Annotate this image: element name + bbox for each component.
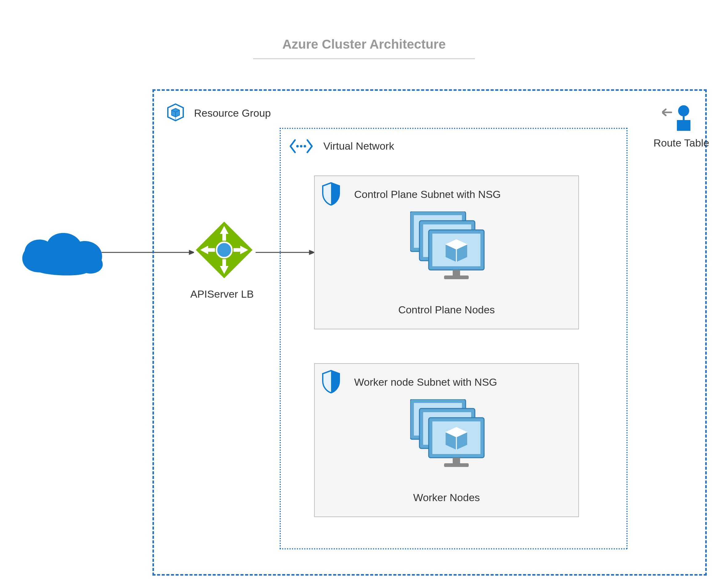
diagram-canvas: Azure Cluster Architecture Resource Grou…	[0, 0, 728, 587]
svg-point-6	[300, 145, 302, 147]
svg-rect-14	[453, 270, 460, 276]
virtual-network-icon	[289, 137, 314, 156]
svg-point-4	[678, 105, 689, 116]
svg-rect-22	[453, 458, 460, 463]
resource-group-icon	[165, 101, 186, 123]
worker-nodes-label: Worker Nodes	[315, 492, 578, 503]
control-plane-nodes-icon	[410, 211, 487, 285]
cloud-icon	[16, 226, 108, 282]
load-balancer-icon	[194, 219, 255, 281]
svg-point-24	[217, 242, 232, 258]
svg-point-5	[296, 145, 299, 147]
svg-rect-15	[444, 276, 469, 279]
svg-rect-23	[444, 463, 469, 467]
diagram-title: Azure Cluster Architecture	[0, 37, 728, 52]
control-plane-nodes-label: Control Plane Nodes	[315, 304, 578, 316]
route-table-label: Route Table	[654, 137, 709, 149]
virtual-network-label: Virtual Network	[323, 140, 394, 152]
worker-subnet-label: Worker node Subnet with NSG	[354, 376, 497, 388]
worker-nodes-icon	[410, 399, 487, 473]
worker-subnet-box: Worker node Subnet with NSG Worker Nodes	[314, 363, 579, 517]
shield-icon	[320, 182, 342, 206]
shield-icon	[320, 369, 342, 394]
route-table-icon	[662, 103, 699, 134]
title-underline	[253, 58, 475, 59]
load-balancer-label: APIServer LB	[190, 288, 254, 300]
control-subnet-label: Control Plane Subnet with NSG	[354, 188, 501, 201]
control-plane-subnet-box: Control Plane Subnet with NSG	[314, 175, 579, 329]
svg-point-7	[304, 145, 306, 147]
resource-group-label: Resource Group	[194, 107, 271, 119]
